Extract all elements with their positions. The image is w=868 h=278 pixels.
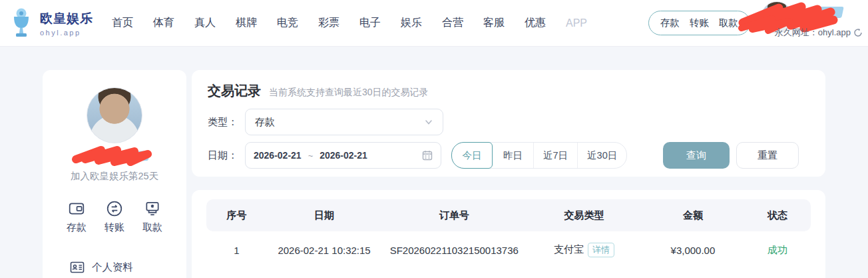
atm-icon (144, 200, 161, 217)
nav-item-sports[interactable]: 体育 (153, 16, 174, 30)
col-order-no: 订单号 (381, 199, 527, 231)
type-select[interactable]: 存款 (245, 109, 443, 135)
nav-item-live[interactable]: 真人 (194, 16, 216, 30)
profile-sidebar: VIP 加入欧皇娱乐第25天 存款 转账 取款 (43, 70, 186, 278)
sidebar-item-profile[interactable]: 个人资料 (43, 259, 186, 275)
quick-range-group: 今日 昨日 近7日 近30日 (451, 142, 627, 169)
profile-avatar[interactable] (87, 87, 142, 143)
header-user-area: 存款 转账 取款 VIP 永久网址：ohyl.app (648, 0, 868, 47)
col-date: 日期 (267, 199, 382, 231)
refresh-icon[interactable] (853, 28, 863, 37)
table-header-row: 序号 日期 订单号 交易类型 金额 状态 (206, 199, 811, 231)
transaction-table-card: 序号 日期 订单号 交易类型 金额 状态 1 2026-02-21 10:32:… (192, 190, 825, 278)
chevron-down-icon (424, 117, 433, 127)
range-7days-button[interactable]: 近7日 (534, 143, 578, 168)
cell-date: 2026-02-21 10:32:15 (267, 231, 382, 269)
calendar-icon (422, 150, 433, 161)
id-card-icon (69, 259, 85, 275)
date-range-input[interactable]: 2026-02-21 ~ 2026-02-21 (245, 142, 441, 169)
header-transfer-button[interactable]: 转账 (690, 17, 709, 29)
nav-item-lottery[interactable]: 彩票 (318, 16, 339, 30)
header-deposit-button[interactable]: 存款 (660, 17, 680, 29)
range-today-button[interactable]: 今日 (451, 142, 493, 169)
page-title: 交易记录 (208, 82, 261, 100)
transaction-table: 序号 日期 订单号 交易类型 金额 状态 1 2026-02-21 10:32:… (206, 199, 811, 269)
sidebar-quick-actions: 存款 转账 取款 (43, 200, 186, 234)
transfer-icon (106, 200, 123, 217)
col-status: 状态 (744, 199, 811, 231)
detail-tag-button[interactable]: 详情 (588, 243, 614, 257)
cell-status: 成功 (744, 231, 811, 269)
query-button[interactable]: 查询 (663, 142, 730, 169)
cell-order-no: SF202602211032150013736 (381, 231, 527, 269)
nav-item-esports[interactable]: 电竞 (277, 16, 298, 30)
reset-button[interactable]: 重置 (736, 142, 799, 169)
nav-item-home[interactable]: 首页 (112, 16, 133, 30)
page-subtitle: 当前系统支持查询最近30日的交易记录 (269, 87, 429, 99)
date-label: 日期： (208, 149, 245, 162)
type-filter-row: 类型： 存款 (208, 109, 809, 135)
nav-item-service[interactable]: 客服 (483, 16, 505, 30)
col-index: 序号 (206, 199, 267, 231)
cell-index: 1 (206, 231, 267, 269)
nav-item-chess[interactable]: 棋牌 (236, 16, 257, 30)
date-to: 2026-02-21 (320, 150, 367, 161)
header-withdraw-button[interactable]: 取款 (719, 17, 738, 29)
nav-item-app[interactable]: APP (566, 17, 587, 29)
nav-item-promo[interactable]: 优惠 (525, 16, 546, 30)
sidebar-withdraw-button[interactable]: 取款 (142, 200, 162, 234)
type-label: 类型： (208, 116, 245, 129)
date-filter-row: 日期： 2026-02-21 ~ 2026-02-21 今日 昨日 近7日 近3… (208, 142, 809, 169)
sidebar-deposit-button[interactable]: 存款 (67, 200, 87, 234)
header-quick-actions: 存款 转账 取款 (648, 11, 750, 35)
join-days-text: 加入欧皇娱乐第25天 (43, 170, 186, 183)
permanent-url: 永久网址：ohyl.app (775, 27, 863, 39)
col-amount: 金额 (642, 199, 744, 231)
nav-item-entertainment[interactable]: 娱乐 (401, 16, 422, 30)
date-from: 2026-02-21 (254, 150, 302, 161)
trophy-icon (8, 7, 35, 39)
wallet-icon (68, 200, 85, 217)
range-yesterday-button[interactable]: 昨日 (493, 143, 534, 168)
brand-name: 欧皇娱乐 (40, 10, 93, 27)
cell-amount: ¥3,000.00 (642, 231, 744, 269)
sidebar-transfer-button[interactable]: 转账 (105, 200, 124, 234)
transaction-filter-card: 交易记录 当前系统支持查询最近30日的交易记录 类型： 存款 日期： 2026-… (192, 70, 825, 177)
main-nav: 首页 体育 真人 棋牌 电竞 彩票 电子 娱乐 合营 客服 优惠 APP (112, 16, 587, 30)
cell-type: 支付宝详情 (527, 231, 642, 269)
brand-domain: ohyl.app (40, 29, 93, 37)
username-area: VIP (43, 146, 186, 169)
col-type: 交易类型 (527, 199, 642, 231)
nav-item-slots[interactable]: 电子 (359, 16, 381, 30)
brand-logo[interactable]: 欧皇娱乐 ohyl.app (0, 7, 100, 39)
range-30days-button[interactable]: 近30日 (578, 143, 626, 168)
table-row: 1 2026-02-21 10:32:15 SF2026022110321500… (206, 231, 811, 269)
top-navigation-bar: 欧皇娱乐 ohyl.app 首页 体育 真人 棋牌 电竞 彩票 电子 娱乐 合营… (0, 0, 868, 47)
nav-item-partnership[interactable]: 合营 (442, 16, 463, 30)
username-redaction-scribble (69, 145, 159, 167)
